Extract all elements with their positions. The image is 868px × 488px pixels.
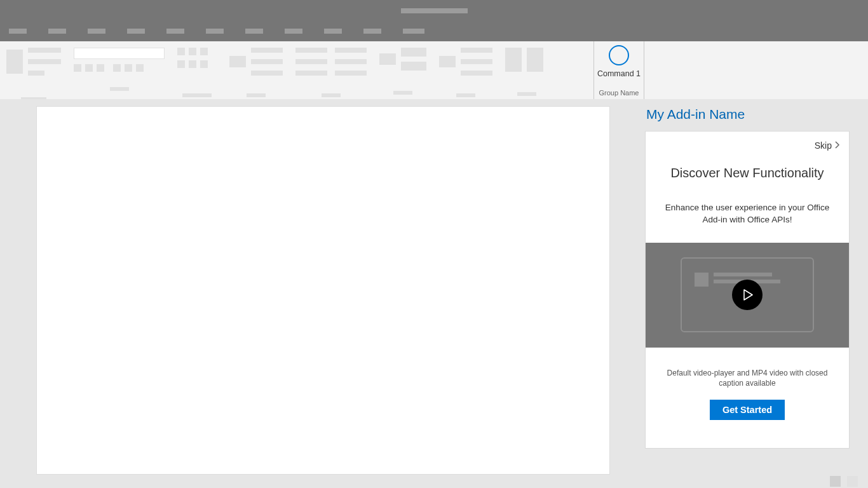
ribbon-tab-placeholder[interactable] — [285, 29, 302, 34]
status-bar — [0, 475, 868, 488]
command1-group-label: Group Name — [594, 89, 644, 97]
ribbon-tab-placeholder[interactable] — [88, 29, 105, 34]
command1-label[interactable]: Command 1 — [597, 69, 641, 78]
ribbon-control-placeholder[interactable] — [97, 64, 104, 72]
ribbon-control-placeholder[interactable] — [461, 59, 492, 64]
pane-heading: Discover New Functionality — [646, 166, 849, 180]
title-placeholder — [401, 8, 468, 13]
ribbon-control-placeholder[interactable] — [113, 64, 121, 72]
ribbon-tabs — [0, 21, 868, 41]
video-thumb-square — [695, 273, 709, 287]
ribbon-group-label-placeholder — [247, 93, 266, 97]
ribbon-control-placeholder[interactable] — [335, 48, 367, 53]
ribbon-tab-placeholder[interactable] — [166, 29, 184, 34]
command1-icon[interactable] — [609, 45, 629, 65]
task-pane-body: Skip Discover New Functionality Enhance … — [645, 131, 850, 449]
ribbon-control-placeholder[interactable] — [295, 48, 327, 53]
ribbon-control-placeholder[interactable] — [74, 64, 81, 72]
document-canvas[interactable] — [37, 107, 609, 474]
pane-subtext: Enhance the user experience in your Offi… — [646, 202, 849, 226]
skip-label: Skip — [815, 140, 832, 151]
task-pane: My Add-in Name Skip Discover New Functio… — [645, 107, 858, 449]
title-bar — [0, 0, 868, 21]
ribbon-group-label-placeholder — [21, 97, 46, 99]
task-pane-title: My Add-in Name — [646, 107, 858, 122]
ribbon-control-placeholder[interactable] — [527, 48, 543, 72]
ribbon-control-placeholder[interactable] — [439, 56, 456, 67]
ribbon-control-placeholder[interactable] — [28, 59, 61, 64]
ribbon-group-label-placeholder — [182, 93, 212, 97]
ribbon-group-label-placeholder — [393, 91, 412, 95]
ribbon-tab-placeholder[interactable] — [324, 29, 342, 34]
ribbon-control-placeholder[interactable] — [335, 71, 367, 76]
ribbon-tab-placeholder[interactable] — [127, 29, 145, 34]
ribbon-control-placeholder[interactable] — [189, 60, 196, 68]
get-started-button[interactable]: Get Started — [710, 400, 785, 420]
ribbon-control-placeholder[interactable] — [28, 48, 61, 53]
workspace: My Add-in Name Skip Discover New Functio… — [0, 100, 868, 475]
ribbon-control-placeholder[interactable] — [401, 48, 426, 57]
ribbon-control-placeholder[interactable] — [401, 62, 426, 71]
ribbon-group-label-placeholder — [110, 87, 129, 91]
ribbon-tab-placeholder[interactable] — [245, 29, 263, 34]
ribbon-control-placeholder[interactable] — [28, 71, 44, 76]
ribbon-control-placeholder[interactable] — [251, 71, 283, 76]
video-placeholder — [646, 243, 849, 348]
ribbon-control-placeholder[interactable] — [200, 60, 208, 68]
ribbon-control-placeholder[interactable] — [6, 50, 23, 74]
ribbon-tab-placeholder[interactable] — [206, 29, 224, 34]
ribbon-input-placeholder[interactable] — [74, 48, 165, 59]
ribbon-control-placeholder[interactable] — [177, 48, 185, 55]
ribbon-control-placeholder[interactable] — [229, 56, 246, 67]
ribbon-tab-placeholder[interactable] — [48, 29, 66, 34]
ribbon-control-placeholder[interactable] — [251, 48, 283, 53]
ribbon-control-placeholder[interactable] — [461, 48, 492, 53]
play-button[interactable] — [732, 280, 763, 310]
ribbon-group-label-placeholder — [322, 93, 341, 97]
ribbon-control-placeholder[interactable] — [461, 71, 492, 76]
ribbon-control-placeholder[interactable] — [177, 60, 185, 68]
ribbon-addin-group: Command 1 Group Name — [593, 41, 644, 99]
chevron-right-icon — [835, 141, 840, 151]
ribbon-control-placeholder[interactable] — [379, 53, 396, 65]
skip-button[interactable]: Skip — [646, 132, 849, 151]
ribbon-control-placeholder[interactable] — [251, 59, 283, 64]
play-icon — [741, 288, 754, 301]
ribbon: Command 1 Group Name — [0, 41, 868, 100]
ribbon-control-placeholder[interactable] — [85, 64, 93, 72]
video-thumb-line — [714, 273, 772, 276]
ribbon-group-label-placeholder — [517, 92, 536, 96]
ribbon-groups — [0, 41, 593, 99]
ribbon-control-placeholder[interactable] — [125, 64, 132, 72]
ribbon-control-placeholder[interactable] — [335, 59, 367, 64]
ribbon-control-placeholder[interactable] — [295, 71, 327, 76]
ribbon-tab-placeholder[interactable] — [363, 29, 381, 34]
statusbar-view-button[interactable] — [847, 476, 858, 487]
ribbon-control-placeholder[interactable] — [200, 48, 208, 55]
ribbon-control-placeholder[interactable] — [136, 64, 144, 72]
ribbon-control-placeholder[interactable] — [295, 59, 327, 64]
ribbon-tab-placeholder[interactable] — [403, 29, 424, 34]
ribbon-control-placeholder[interactable] — [189, 48, 196, 55]
ribbon-control-placeholder[interactable] — [505, 48, 522, 72]
ribbon-tab-placeholder[interactable] — [9, 29, 27, 34]
ribbon-group-label-placeholder — [456, 93, 475, 97]
svg-marker-0 — [744, 290, 752, 300]
statusbar-view-button[interactable] — [830, 476, 841, 487]
video-caption: Default video-player and MP4 video with … — [646, 368, 849, 388]
